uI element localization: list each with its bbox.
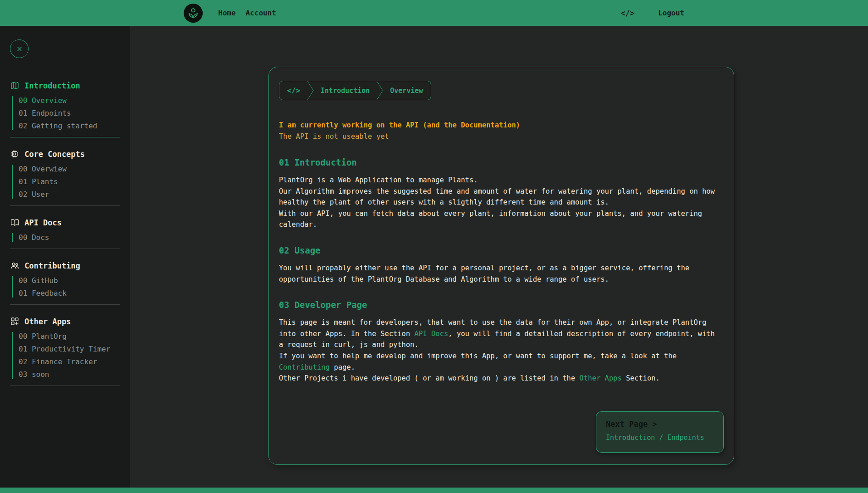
chevron-right-icon xyxy=(376,81,383,100)
chevron-right-icon xyxy=(307,81,314,100)
code-icon[interactable]: </> xyxy=(620,9,634,18)
app-window: Home Account </> Logout Introduction00 O… xyxy=(0,0,868,493)
cpu-icon xyxy=(10,149,20,159)
sidebar: Introduction00 Overview01 Endpoints02 Ge… xyxy=(0,26,130,488)
doc-section: 03 Developer PageThis page is meant for … xyxy=(279,300,724,384)
sidebar-item[interactable]: 00 Overview xyxy=(19,96,122,105)
sidebar-divider xyxy=(10,304,120,305)
doc-card: </> Introduction Overview I am currently… xyxy=(268,67,734,465)
sidebar-item[interactable]: 02 Finance Tracker xyxy=(19,357,122,366)
sidebar-section-api-docs: API Docs00 Docs xyxy=(10,218,122,249)
nav-account[interactable]: Account xyxy=(246,9,276,17)
inline-link[interactable]: Contributing xyxy=(279,363,330,371)
code-icon: </> xyxy=(287,86,300,95)
next-page-label: Next Page > xyxy=(606,420,714,429)
api-warning-notice: I am currently working on the API (and t… xyxy=(279,120,724,142)
map-icon xyxy=(10,81,20,90)
plant-logo[interactable] xyxy=(184,4,203,23)
inline-link[interactable]: API Docs xyxy=(414,330,449,338)
sidebar-section-other-apps: Other Apps00 PlantOrg01 Productivity Tim… xyxy=(10,317,122,386)
section-heading: 01 Introduction xyxy=(279,157,724,167)
sidebar-section-title-contributing[interactable]: Contributing xyxy=(10,261,122,270)
sidebar-section-items: 00 Docs xyxy=(12,233,122,242)
sidebar-item[interactable]: 00 Docs xyxy=(19,233,122,242)
sidebar-item[interactable]: 02 Getting started xyxy=(19,122,122,130)
sidebar-section-label: API Docs xyxy=(24,218,62,227)
sidebar-section-contributing: Contributing00 GitHub01 Feedback xyxy=(10,261,122,305)
sidebar-nav: Introduction00 Overview01 Endpoints02 Ge… xyxy=(10,81,122,386)
sidebar-section-label: Introduction xyxy=(24,81,80,90)
sidebar-item[interactable]: 00 PlantOrg xyxy=(19,332,122,341)
sidebar-section-title-other-apps[interactable]: Other Apps xyxy=(10,317,122,326)
sidebar-divider xyxy=(10,137,120,137)
sidebar-section-label: Core Concepts xyxy=(24,150,85,159)
warning-line-1: I am currently working on the API (and t… xyxy=(279,120,724,131)
next-page-button[interactable]: Next Page > Introduction / Endpoints xyxy=(596,411,724,453)
sidebar-section-core-concepts: Core Concepts00 Overwiew01 Plants02 User xyxy=(10,149,122,206)
top-navbar: Home Account </> Logout xyxy=(0,0,868,26)
sidebar-section-introduction: Introduction00 Overview01 Endpoints02 Ge… xyxy=(10,81,122,137)
section-paragraph: You will propably either use the API for… xyxy=(279,263,724,285)
doc-section: 01 IntroductionPlantOrg is a Web Applica… xyxy=(279,157,724,230)
sidebar-section-items: 00 PlantOrg01 Productivity Timer02 Finan… xyxy=(12,332,122,379)
main-nav: Home Account xyxy=(218,9,276,17)
footer-bar xyxy=(0,488,868,493)
sidebar-divider xyxy=(10,205,120,206)
sidebar-section-title-introduction[interactable]: Introduction xyxy=(10,81,122,90)
breadcrumb-introduction[interactable]: Introduction xyxy=(321,87,370,95)
breadcrumb-overview[interactable]: Overview xyxy=(390,87,423,95)
sidebar-section-items: 00 Overwiew01 Plants02 User xyxy=(12,165,122,199)
sidebar-section-label: Contributing xyxy=(24,261,80,270)
squares-plus-icon xyxy=(10,317,20,326)
sidebar-item[interactable]: 01 Endpoints xyxy=(19,109,122,117)
inline-link[interactable]: Other Apps xyxy=(580,374,622,382)
section-heading: 03 Developer Page xyxy=(279,300,724,310)
doc-sections: 01 IntroductionPlantOrg is a Web Applica… xyxy=(279,157,724,384)
nav-home[interactable]: Home xyxy=(218,9,236,17)
logout-button[interactable]: Logout xyxy=(658,9,684,17)
sidebar-item[interactable]: 01 Productivity Timer xyxy=(19,345,122,353)
sidebar-section-title-core-concepts[interactable]: Core Concepts xyxy=(10,149,122,159)
plant-icon xyxy=(186,6,200,20)
sidebar-section-title-api-docs[interactable]: API Docs xyxy=(10,218,122,227)
section-paragraph: This page is meant for developers, that … xyxy=(279,317,724,384)
breadcrumb: </> Introduction Overview xyxy=(279,81,431,100)
next-page-target: Introduction / Endpoints xyxy=(606,434,714,442)
sidebar-section-items: 00 Overview01 Endpoints02 Getting starte… xyxy=(12,96,122,130)
main-content: </> Introduction Overview I am currently… xyxy=(130,26,868,488)
sidebar-item[interactable]: 03 soon xyxy=(19,370,122,379)
sidebar-item[interactable]: 01 Feedback xyxy=(19,289,122,298)
sidebar-item[interactable]: 00 Overwiew xyxy=(19,165,122,173)
book-open-icon xyxy=(10,218,20,227)
sidebar-item[interactable]: 00 GitHub xyxy=(19,276,122,285)
sidebar-divider xyxy=(10,386,120,386)
users-icon xyxy=(10,261,20,270)
section-heading: 02 Usage xyxy=(279,245,724,255)
section-paragraph: PlantOrg is a Web Application to manage … xyxy=(279,175,724,230)
sidebar-item[interactable]: 02 User xyxy=(19,190,122,199)
close-sidebar-button[interactable] xyxy=(10,39,29,58)
sidebar-item[interactable]: 01 Plants xyxy=(19,177,122,186)
sidebar-divider xyxy=(10,249,120,249)
doc-section: 02 UsageYou will propably either use the… xyxy=(279,245,724,285)
close-icon xyxy=(15,44,24,54)
sidebar-section-items: 00 GitHub01 Feedback xyxy=(12,276,122,298)
sidebar-section-label: Other Apps xyxy=(24,317,71,326)
warning-line-2: The API is not useable yet xyxy=(279,131,724,142)
